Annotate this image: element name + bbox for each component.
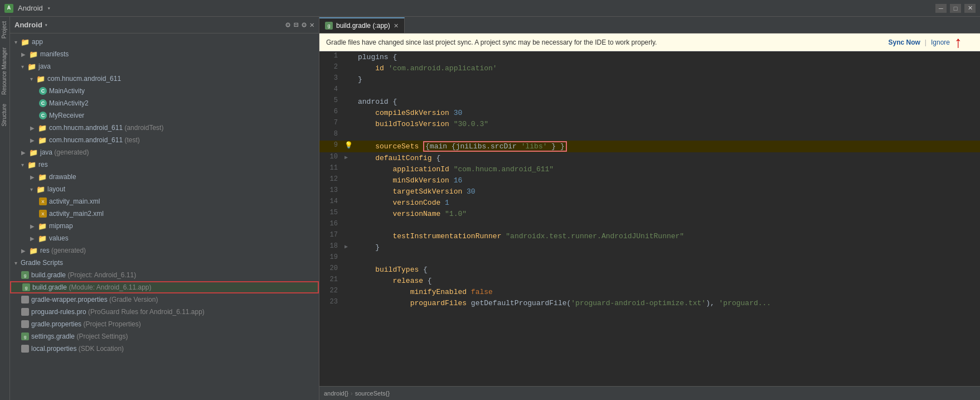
javagen-label: java (generated) bbox=[40, 148, 89, 156]
line-number: 4 bbox=[319, 85, 345, 96]
tree-item-actmain[interactable]: X activity_main.xml bbox=[10, 195, 319, 208]
line-content bbox=[356, 219, 980, 230]
java-folder-icon: 📁 bbox=[27, 62, 36, 71]
line-gutter bbox=[345, 286, 356, 297]
settings-gradle-label: settings.gradle (Project Settings) bbox=[31, 332, 128, 340]
line-number: 12 bbox=[319, 175, 345, 186]
gradle-wrapper-label: gradle-wrapper.properties (Gradle Versio… bbox=[31, 296, 158, 303]
tree-item-mainactivity[interactable]: C MainActivity bbox=[10, 85, 319, 97]
tree-item-gradle-scripts[interactable]: ▾ Gradle Scripts bbox=[10, 257, 319, 269]
tree-item-gradle-wrapper[interactable]: gradle-wrapper.properties (Gradle Versio… bbox=[10, 293, 319, 306]
line-content: minSdkVersion 16 bbox=[356, 175, 980, 186]
tree-item-mipmap[interactable]: ▶ 📁 mipmap bbox=[10, 220, 319, 232]
project-side-label[interactable]: Project bbox=[0, 17, 9, 43]
line-number: 5 bbox=[319, 96, 345, 107]
tree-item-app[interactable]: ▾ 📁 app bbox=[10, 36, 319, 48]
tab-build-gradle[interactable]: g build.gradle (:app) ✕ bbox=[319, 17, 405, 33]
tree-item-buildgradle-app[interactable]: g build.gradle (Module: Android_6.11.app… bbox=[10, 281, 319, 293]
tree-item-myreceiver[interactable]: C MyReceiver bbox=[10, 109, 319, 122]
line-content: compileSdkVersion 30 bbox=[356, 107, 980, 118]
tab-close-icon[interactable]: ✕ bbox=[394, 22, 399, 30]
table-row: 21 release { bbox=[319, 275, 980, 286]
close-button[interactable]: ✕ bbox=[964, 4, 976, 13]
line-gutter: ▶ bbox=[345, 152, 356, 163]
breadcrumb-sourcesets[interactable]: sourceSets{} bbox=[355, 390, 390, 397]
tree-item-mainactivity2[interactable]: C MainActivity2 bbox=[10, 97, 319, 109]
sync-arrow-icon: ↑ bbox=[954, 33, 962, 51]
gradle-scripts-label: Gradle Scripts bbox=[21, 259, 63, 267]
line-content: plugins { bbox=[356, 51, 980, 62]
table-row: 4 bbox=[319, 85, 980, 96]
java-label: java bbox=[38, 62, 51, 70]
bulb-icon[interactable]: 💡 bbox=[345, 142, 353, 150]
minimize-button[interactable]: ─ bbox=[935, 4, 947, 13]
structure-label[interactable]: Structure bbox=[0, 99, 9, 131]
collapse-icon[interactable]: ⊟ bbox=[294, 20, 298, 30]
actmain2-label: activity_main2.xml bbox=[49, 210, 104, 218]
xml-icon-actmain2: X bbox=[39, 210, 47, 218]
line-number: 23 bbox=[319, 297, 345, 309]
tree-item-manifests[interactable]: ▶ 📁 manifests bbox=[10, 48, 319, 60]
mipmap-folder-icon: 📁 bbox=[38, 222, 47, 230]
project-tree: ▾ 📁 app ▶ 📁 manifests ▾ 📁 java ▾ 📁 com.h… bbox=[10, 33, 319, 400]
line-gutter bbox=[345, 74, 356, 85]
tree-item-actmain2[interactable]: X activity_main2.xml bbox=[10, 208, 319, 220]
line-number: 21 bbox=[319, 275, 345, 286]
tree-item-values[interactable]: ▶ 📁 values bbox=[10, 232, 319, 244]
tree-item-res[interactable]: ▾ 📁 res bbox=[10, 158, 319, 171]
line-number: 22 bbox=[319, 286, 345, 297]
line-content: sourceSets {main {jniLibs.srcDir 'libs' … bbox=[356, 141, 980, 152]
mainactivity-label: MainActivity bbox=[49, 87, 85, 95]
table-row: 9 💡 sourceSets {main {jniLibs.srcDir 'li… bbox=[319, 141, 980, 152]
project-panel: Android ▾ ⚙ ⊟ ⚙ ✕ ▾ 📁 app ▶ 📁 manifests bbox=[10, 17, 319, 400]
gutter-arrow-icon: ▶ bbox=[345, 155, 348, 161]
table-row: 17 testInstrumentationRunner "androidx.t… bbox=[319, 230, 980, 242]
app-folder-icon: 📁 bbox=[21, 38, 30, 46]
table-row: 11 applicationId "com.hnucm.android_611" bbox=[319, 163, 980, 175]
tree-item-pkg3[interactable]: ▶ 📁 com.hnucm.android_611 (test) bbox=[10, 134, 319, 146]
gradle-app-icon: g bbox=[22, 283, 30, 291]
tree-item-pkg2[interactable]: ▶ 📁 com.hnucm.android_611 (androidTest) bbox=[10, 122, 319, 134]
pkg1-label: com.hnucm.android_611 bbox=[47, 75, 121, 83]
line-number: 1 bbox=[319, 51, 345, 62]
tree-item-javagen[interactable]: ▶ 📁 java (generated) bbox=[10, 146, 319, 158]
manifests-folder-icon: 📁 bbox=[29, 50, 38, 59]
resource-manager-label[interactable]: Resource Manager bbox=[0, 43, 9, 99]
line-content: release { bbox=[356, 275, 980, 286]
line-number: 3 bbox=[319, 74, 345, 85]
props-proguard-icon bbox=[21, 308, 29, 316]
tree-item-java[interactable]: ▾ 📁 java bbox=[10, 60, 319, 73]
tree-item-proguard[interactable]: proguard-rules.pro (ProGuard Rules for A… bbox=[10, 306, 319, 318]
sync-now-button[interactable]: Sync Now bbox=[888, 38, 920, 46]
sync-icon[interactable]: ⚙ bbox=[285, 20, 290, 30]
hide-panel-icon[interactable]: ✕ bbox=[310, 20, 314, 30]
expand-drawable-icon: ▶ bbox=[30, 174, 35, 180]
javagen-folder-icon: 📁 bbox=[29, 148, 38, 157]
tree-item-pkg1[interactable]: ▾ 📁 com.hnucm.android_611 bbox=[10, 73, 319, 85]
breadcrumb-android[interactable]: android{} bbox=[324, 390, 348, 397]
sync-banner-text: Gradle files have changed since last pro… bbox=[326, 38, 884, 46]
line-gutter bbox=[345, 175, 356, 186]
maximize-button[interactable]: □ bbox=[950, 4, 961, 13]
tree-item-gradle-props[interactable]: gradle.properties (Project Properties) bbox=[10, 318, 319, 330]
line-number: 14 bbox=[319, 197, 345, 208]
tree-item-drawable[interactable]: ▶ 📁 drawable bbox=[10, 171, 319, 183]
tree-item-settings-gradle[interactable]: g settings.gradle (Project Settings) bbox=[10, 330, 319, 343]
dropdown-arrow-icon[interactable]: ▾ bbox=[47, 5, 51, 12]
ignore-button[interactable]: Ignore bbox=[931, 38, 950, 46]
left-side-labels: Project Resource Manager Structure bbox=[0, 17, 10, 400]
tree-item-local-props[interactable]: local.properties (SDK Location) bbox=[10, 343, 319, 355]
line-content: versionCode 1 bbox=[356, 197, 980, 208]
table-row: 13 targetSdkVersion 30 bbox=[319, 186, 980, 197]
line-gutter bbox=[345, 96, 356, 107]
tree-item-layout[interactable]: ▾ 📁 layout bbox=[10, 183, 319, 195]
code-editor[interactable]: 1 plugins { 2 id 'com.android.applicatio… bbox=[319, 51, 980, 386]
panel-dropdown-icon[interactable]: ▾ bbox=[45, 22, 48, 28]
line-content: applicationId "com.hnucm.android_611" bbox=[356, 163, 980, 175]
expand-mipmap-icon: ▶ bbox=[30, 223, 35, 229]
line-gutter bbox=[345, 51, 356, 62]
expand-manifests-icon: ▶ bbox=[21, 51, 26, 57]
tree-item-resgen[interactable]: ▶ 📁 res (generated) bbox=[10, 244, 319, 257]
tree-item-buildgradle-proj[interactable]: g build.gradle (Project: Android_6.11) bbox=[10, 269, 319, 281]
settings-icon[interactable]: ⚙ bbox=[302, 20, 306, 30]
